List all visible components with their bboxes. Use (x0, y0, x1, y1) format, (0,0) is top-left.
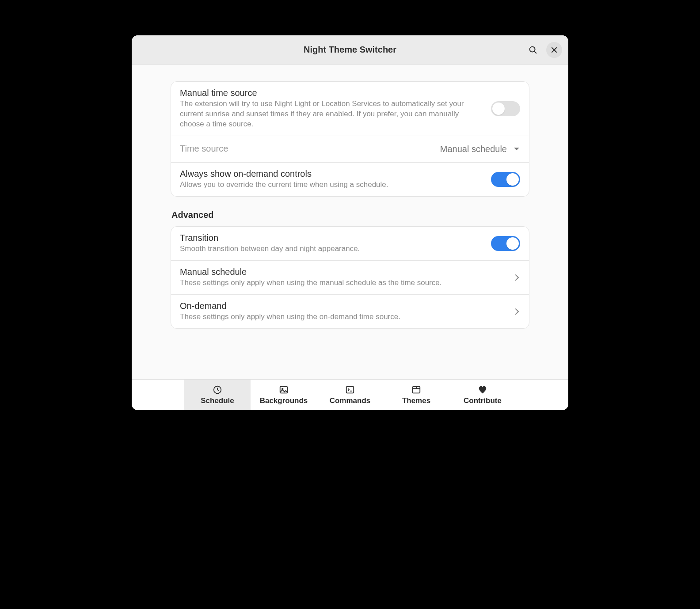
row-text: Time source (180, 144, 431, 155)
window-title: Night Theme Switcher (304, 45, 396, 55)
transition-row: Transition Smooth transition between day… (171, 227, 529, 260)
chevron-right-icon (514, 307, 520, 316)
tab-label: Commands (330, 396, 371, 405)
settings-window: Night Theme Switcher Manual time source (132, 35, 568, 410)
tab-schedule[interactable]: Schedule (184, 380, 251, 410)
row-text: Transition Smooth transition between day… (180, 233, 482, 254)
close-icon (551, 46, 558, 53)
search-button[interactable] (525, 42, 541, 58)
row-subtitle: These settings only apply when using the… (180, 278, 505, 288)
terminal-icon (345, 385, 355, 395)
row-subtitle: Smooth transition between day and night … (180, 244, 482, 254)
close-button[interactable] (546, 42, 562, 58)
row-title: On-demand (180, 301, 505, 311)
svg-line-1 (534, 51, 536, 53)
row-title: Always show on-demand controls (180, 169, 482, 179)
tab-commands[interactable]: Commands (317, 380, 383, 410)
time-source-combo[interactable]: Manual schedule (440, 144, 520, 154)
manual-schedule-row[interactable]: Manual schedule These settings only appl… (171, 260, 529, 294)
titlebar-actions (525, 42, 562, 58)
time-source-group: Manual time source The extension will tr… (171, 81, 529, 197)
bottom-tabbar: Schedule Backgrounds Commands (132, 379, 568, 410)
svg-rect-5 (280, 386, 288, 393)
row-text: Manual time source The extension will tr… (180, 88, 482, 129)
always-show-switch[interactable] (491, 172, 520, 187)
manual-time-source-row: Manual time source The extension will tr… (171, 82, 529, 136)
row-title: Time source (180, 144, 431, 154)
row-title: Transition (180, 233, 482, 243)
row-subtitle: The extension will try to use Night Ligh… (180, 99, 482, 129)
row-title: Manual schedule (180, 267, 505, 277)
tab-label: Backgrounds (260, 396, 308, 405)
row-title: Manual time source (180, 88, 482, 98)
combo-value: Manual schedule (440, 144, 507, 154)
row-text: Manual schedule These settings only appl… (180, 267, 505, 288)
switch-knob (492, 103, 505, 115)
switch-knob (506, 173, 519, 186)
titlebar: Night Theme Switcher (132, 35, 568, 65)
tab-themes[interactable]: Themes (383, 380, 449, 410)
content-area: Manual time source The extension will tr… (132, 65, 568, 379)
tab-label: Schedule (201, 396, 234, 405)
heart-icon (478, 385, 487, 395)
row-text: On-demand These settings only apply when… (180, 301, 505, 322)
tab-label: Contribute (464, 396, 502, 405)
image-icon (279, 385, 289, 395)
chevron-right-icon (514, 273, 520, 282)
time-source-row[interactable]: Time source Manual schedule (171, 136, 529, 162)
tab-backgrounds[interactable]: Backgrounds (251, 380, 317, 410)
manual-time-source-switch[interactable] (491, 101, 520, 116)
svg-rect-7 (346, 386, 354, 393)
on-demand-row[interactable]: On-demand These settings only apply when… (171, 294, 529, 328)
tab-contribute[interactable]: Contribute (449, 380, 516, 410)
advanced-group: Transition Smooth transition between day… (171, 226, 529, 329)
switch-knob (506, 237, 519, 250)
clock-icon (213, 385, 222, 395)
advanced-heading: Advanced (171, 210, 529, 220)
search-icon (528, 45, 538, 55)
transition-switch[interactable] (491, 236, 520, 251)
row-text: Always show on-demand controls Allows yo… (180, 169, 482, 190)
window-icon (411, 385, 421, 395)
row-subtitle: These settings only apply when using the… (180, 312, 505, 322)
always-show-row: Always show on-demand controls Allows yo… (171, 162, 529, 196)
tab-label: Themes (402, 396, 430, 405)
chevron-down-icon (513, 145, 520, 152)
row-subtitle: Allows you to override the current time … (180, 180, 482, 190)
